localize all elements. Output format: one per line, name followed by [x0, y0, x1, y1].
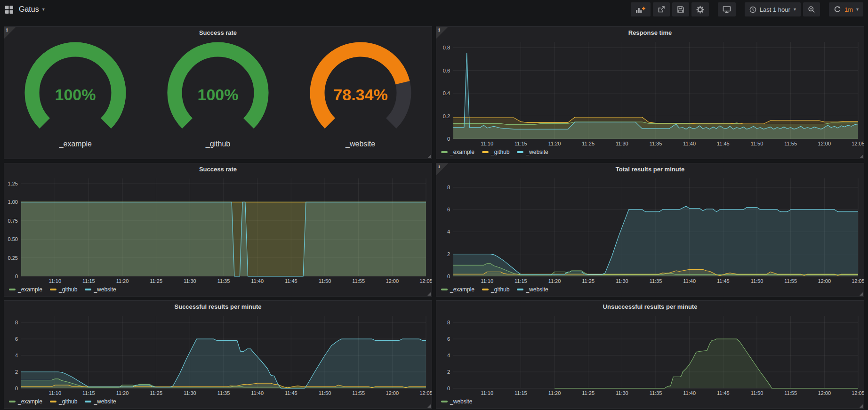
legend-color-dash: [9, 401, 16, 402]
gauge-_example: 100%_example: [9, 40, 141, 148]
x-axis-label: 11:25: [582, 278, 595, 284]
panel-info-icon[interactable]: i: [436, 27, 449, 39]
refresh-picker[interactable]: 1m ▾: [829, 2, 863, 16]
y-axis-label: 0.2: [443, 113, 450, 119]
time-range-label: Last 1 hour: [760, 6, 790, 13]
legend-item-_github[interactable]: _github: [482, 149, 509, 155]
legend-item-_example[interactable]: _example: [9, 286, 42, 293]
panel-resize-handle[interactable]: [860, 404, 863, 408]
legend-item-_github[interactable]: _github: [50, 398, 77, 405]
x-axis-label: 11:10: [481, 278, 493, 284]
legend-color-dash: [85, 289, 91, 290]
y-axis-label: 0.8: [443, 45, 450, 50]
share-button[interactable]: [653, 2, 670, 16]
y-axis-label: 0: [15, 273, 18, 279]
panel-resize-handle[interactable]: [427, 154, 431, 158]
gauge-label: _website: [346, 140, 375, 148]
x-axis-label: 11:45: [285, 390, 297, 396]
y-axis-label: 6: [447, 207, 450, 212]
legend-item-_website[interactable]: _website: [85, 398, 116, 405]
legend-color-dash: [50, 401, 56, 402]
x-axis-label: 12:00: [818, 278, 831, 284]
y-axis-label: 2: [447, 369, 450, 375]
legend-item-_website[interactable]: _website: [85, 286, 116, 293]
panel-title[interactable]: Unsuccessful results per minute: [436, 301, 864, 312]
x-axis-label: 11:35: [650, 278, 662, 284]
x-axis-label: 11:15: [514, 141, 527, 146]
save-button[interactable]: [672, 2, 689, 16]
legend-label: _github: [491, 286, 509, 293]
series-fill-_website: [453, 206, 858, 276]
add-panel-button[interactable]: [631, 2, 651, 16]
time-range-picker[interactable]: Last 1 hour ▾: [745, 2, 801, 16]
panel-resize-handle[interactable]: [427, 292, 431, 296]
legend-item-_example[interactable]: _example: [441, 149, 474, 155]
zoom-out-icon: [808, 6, 815, 13]
series-fill-_website: [21, 202, 426, 276]
legend-color-dash: [482, 289, 489, 290]
y-axis-label: 2: [15, 369, 18, 375]
x-axis-label: 12:00: [386, 278, 399, 284]
x-axis-label: 11:35: [650, 141, 662, 146]
apps-grid-icon[interactable]: [5, 5, 14, 14]
legend-color-dash: [482, 151, 489, 153]
legend-color-dash: [9, 289, 16, 290]
x-axis-label: 11:30: [616, 141, 628, 146]
zoom-out-button[interactable]: [803, 2, 820, 16]
legend-item-_website[interactable]: _website: [441, 398, 472, 405]
legend-label: _website: [450, 398, 472, 405]
cycle-view-button[interactable]: [718, 2, 736, 16]
x-axis-label: 12:00: [386, 390, 399, 396]
x-axis-label: 11:20: [548, 141, 561, 146]
legend-item-_github[interactable]: _github: [482, 286, 509, 293]
panel-resize-handle[interactable]: [860, 154, 863, 158]
x-axis-label: 11:15: [82, 278, 95, 284]
x-axis-label: 11:35: [217, 278, 230, 284]
chart-total-results[interactable]: 0246811:1011:1511:2011:2511:3011:3511:40…: [436, 175, 864, 285]
chart-legend: _example_github_website: [436, 147, 864, 159]
panel-title[interactable]: Success rate: [4, 27, 432, 38]
y-axis-label: 1.00: [8, 199, 18, 205]
chart-success-rate[interactable]: 00.250.500.751.001.2511:1011:1511:2011:2…: [4, 175, 432, 285]
chart-legend: _example_github_website: [4, 397, 432, 408]
y-axis-label: 8: [447, 320, 450, 325]
x-axis-label: 11:50: [319, 390, 331, 396]
legend-item-_website[interactable]: _website: [517, 149, 548, 155]
chart-successful-results[interactable]: 0246811:1011:1511:2011:2511:3011:3511:40…: [4, 312, 432, 397]
panel-resize-handle[interactable]: [427, 404, 431, 408]
monitor-icon: [723, 6, 731, 13]
add-panel-icon: [635, 6, 646, 13]
panel-title[interactable]: Successful results per minute: [4, 301, 432, 312]
legend-label: _example: [18, 286, 42, 293]
y-axis-label: 4: [447, 353, 450, 358]
dashboard-title-picker[interactable]: Gatus ▾: [19, 5, 45, 14]
legend-item-_example[interactable]: _example: [9, 398, 42, 405]
navbar: Gatus ▾ Last 1 hour ▾ 1m ▾: [0, 0, 868, 19]
x-axis-label: 11:45: [285, 278, 297, 284]
legend-label: _website: [94, 398, 116, 405]
panel-info-icon[interactable]: i: [4, 27, 16, 39]
panel-title[interactable]: Total results per minute: [436, 163, 864, 175]
panel-title[interactable]: Response time: [436, 27, 864, 38]
chart-unsuccessful-results[interactable]: 0246811:1011:1511:2011:2511:3011:3511:40…: [436, 312, 864, 397]
gauge-area: 100%_example100%_github78.34%_website: [4, 38, 432, 159]
legend-label: _website: [526, 149, 548, 155]
x-axis-label: 12:05: [852, 390, 864, 396]
gauge-value: 78.34%: [333, 86, 387, 104]
legend-item-_website[interactable]: _website: [517, 286, 548, 293]
y-axis-label: 2: [447, 251, 450, 257]
gauge-value: 100%: [55, 86, 96, 104]
panel-info-icon[interactable]: i: [436, 163, 449, 176]
legend-item-_example[interactable]: _example: [441, 286, 474, 293]
x-axis-label: 11:50: [751, 390, 764, 396]
x-axis-label: 11:10: [481, 141, 493, 146]
x-axis-label: 11:15: [514, 278, 527, 284]
chart-response-time[interactable]: 00.20.40.60.811:1011:1511:2011:2511:3011…: [436, 38, 864, 147]
legend-item-_github[interactable]: _github: [50, 286, 77, 293]
legend-label: _example: [18, 398, 42, 405]
dashboard-settings-button[interactable]: [691, 2, 709, 16]
x-axis-label: 11:20: [116, 390, 129, 396]
series-fill-_website: [21, 339, 426, 388]
panel-resize-handle[interactable]: [860, 292, 863, 296]
panel-title[interactable]: Success rate: [4, 163, 432, 175]
